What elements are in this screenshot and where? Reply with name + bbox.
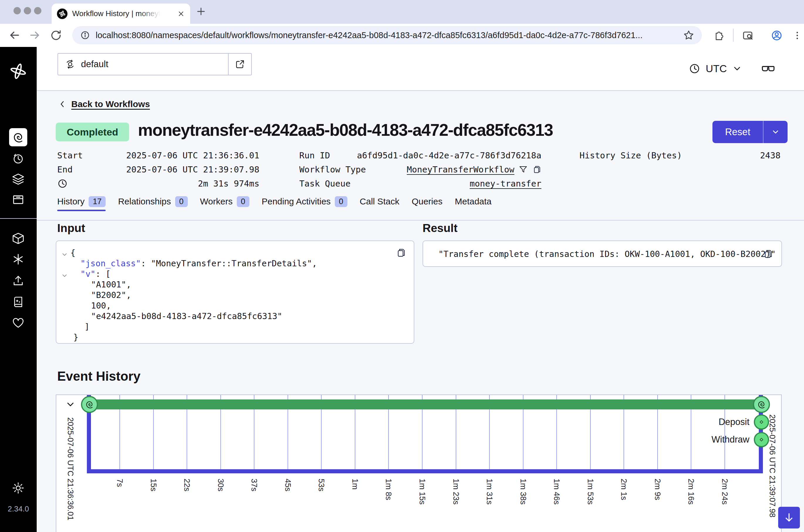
- tab-title: Workflow History | moneytran: [72, 9, 160, 18]
- duration-value: 2m 31s 974ms: [198, 178, 259, 189]
- namespace-selector[interactable]: default: [57, 53, 252, 75]
- browser-url-row: localhost:8080/namespaces/default/workfl…: [0, 24, 804, 47]
- tab-search-icon[interactable]: [741, 28, 755, 43]
- screen: Workflow History | moneytran localhost:8…: [0, 0, 804, 532]
- history-size-value: 2438: [760, 150, 781, 160]
- result-value: "Transfer complete (transaction IDs: OKW…: [438, 249, 776, 259]
- task-queue-link[interactable]: money-transfer: [470, 178, 541, 189]
- chevron-left-icon: [58, 100, 67, 109]
- tick-label: 30s: [216, 479, 225, 492]
- reload-icon[interactable]: [49, 28, 63, 42]
- json-line: {: [71, 248, 75, 258]
- new-tab-button[interactable]: [196, 6, 206, 16]
- temporal-logo: [9, 62, 27, 80]
- back-to-workflows[interactable]: Back to Workflows: [58, 99, 150, 109]
- theme-toggle-icon[interactable]: [9, 479, 27, 497]
- tab-relationships[interactable]: Relationships 0: [118, 190, 187, 213]
- sidebar-item-schedules[interactable]: [9, 150, 27, 168]
- namespace-external-link-icon[interactable]: [228, 54, 251, 75]
- workflow-type-row: Workflow Type MoneyTransferWorkflow: [299, 163, 541, 176]
- profile-icon[interactable]: [769, 28, 784, 43]
- reset-button[interactable]: Reset: [712, 121, 788, 143]
- timeline-expand-chevron[interactable]: [65, 399, 76, 410]
- deposit-activity-node[interactable]: [754, 414, 769, 430]
- extensions-icon[interactable]: [712, 28, 726, 43]
- json-line: "json_class": "MoneyTransfer::TransferDe…: [80, 259, 317, 268]
- tab-close-icon[interactable]: [177, 10, 185, 18]
- namespace-name: default: [81, 59, 108, 70]
- status-badge: Completed: [56, 122, 129, 141]
- browser-tab-strip: Workflow History | moneytran: [0, 0, 804, 24]
- details-column-ids: Run ID a6fd95d1-da0c-4d2e-a77c-786f3d762…: [299, 148, 541, 191]
- start-label: Start: [57, 150, 83, 160]
- window-minimize-button[interactable]: [24, 7, 31, 14]
- json-collapse-root-icon[interactable]: [61, 251, 68, 258]
- tick-label: 1m 23s: [451, 479, 461, 505]
- filter-icon[interactable]: [519, 165, 528, 174]
- url-bar[interactable]: localhost:8080/namespaces/default/workfl…: [72, 26, 702, 44]
- tabs-separator: [37, 220, 804, 221]
- reset-dropdown-caret[interactable]: [763, 121, 788, 143]
- result-heading: Result: [423, 222, 457, 235]
- workflow-end-node[interactable]: [753, 396, 770, 413]
- scroll-to-bottom-button[interactable]: [778, 507, 800, 529]
- json-collapse-array-icon[interactable]: [61, 272, 68, 279]
- tick-label: 53s: [317, 479, 326, 492]
- sidebar-item-workflows[interactable]: [9, 128, 27, 146]
- namespace-icon: [64, 59, 76, 70]
- tab-pending-activities[interactable]: Pending Activities 0: [262, 190, 348, 213]
- input-heading: Input: [57, 222, 85, 235]
- back-icon[interactable]: [7, 28, 22, 42]
- forward-icon[interactable]: [27, 28, 42, 42]
- sidebar-item-docs[interactable]: [9, 293, 27, 311]
- tick-label: 2m 16s: [686, 479, 695, 505]
- workflow-start-node[interactable]: [81, 396, 98, 413]
- json-line: }: [73, 332, 78, 342]
- tab-history[interactable]: History 17: [57, 190, 106, 213]
- site-info-icon[interactable]: [80, 30, 90, 40]
- sidebar-item-batch-operations[interactable]: [9, 190, 27, 209]
- history-size-row: History Size (Bytes) 2438: [580, 148, 781, 163]
- deposit-label: Deposit: [676, 417, 749, 427]
- tick-label: 1m 15s: [417, 479, 427, 505]
- reset-button-label[interactable]: Reset: [712, 121, 763, 143]
- tick-label: 37s: [249, 479, 259, 492]
- browser-tab[interactable]: Workflow History | moneytran: [52, 3, 190, 24]
- tick-label: 1m: [350, 479, 359, 490]
- accessibility-glasses-icon[interactable]: [761, 47, 775, 90]
- tick-label: 1m 53s: [586, 479, 595, 505]
- tab-workers[interactable]: Workers 0: [200, 190, 249, 213]
- namespace-selector-main[interactable]: default: [58, 54, 228, 75]
- tick-label: 2m 9s: [653, 479, 662, 500]
- tab-call-stack[interactable]: Call Stack: [360, 190, 399, 213]
- sidebar-divider: [0, 218, 37, 219]
- sidebar-item-feedback[interactable]: [9, 314, 27, 332]
- workflow-execution-bar[interactable]: [89, 399, 762, 410]
- sidebar: 2.34.0: [0, 47, 37, 532]
- copy-input-icon[interactable]: [395, 248, 406, 258]
- window-zoom-button[interactable]: [34, 7, 41, 14]
- sidebar-item-nexus[interactable]: [9, 250, 27, 268]
- browser-menu-icon[interactable]: [790, 28, 804, 43]
- copy-result-icon[interactable]: [763, 249, 773, 259]
- window-close-button[interactable]: [14, 7, 21, 14]
- copy-workflow-type-icon[interactable]: [532, 165, 541, 174]
- tab-workers-label: Workers: [200, 196, 233, 207]
- workflow-type-link[interactable]: MoneyTransferWorkflow: [407, 165, 515, 174]
- tab-metadata[interactable]: Metadata: [455, 190, 491, 213]
- event-history-heading: Event History: [57, 369, 141, 384]
- temporal-favicon: [57, 8, 68, 19]
- tab-queries-label: Queries: [412, 196, 443, 207]
- timezone-dropdown[interactable]: UTC: [689, 47, 742, 90]
- bookmark-star-icon[interactable]: [683, 30, 694, 41]
- sidebar-item-deployments[interactable]: [9, 170, 27, 188]
- tab-relationships-label: Relationships: [118, 196, 171, 207]
- tab-pending-activities-badge: 0: [335, 196, 348, 207]
- sidebar-item-import[interactable]: [9, 271, 27, 290]
- details-column-times: Start 2025-07-06 UTC 21:36:36.01 End 202…: [57, 148, 259, 191]
- sidebar-item-labs[interactable]: [9, 229, 27, 248]
- toolbar-divider: [733, 29, 733, 42]
- withdraw-activity-node[interactable]: [754, 432, 769, 447]
- tab-queries[interactable]: Queries: [412, 190, 443, 213]
- main-content: Back to Workflows Completed moneytransfe…: [37, 91, 804, 532]
